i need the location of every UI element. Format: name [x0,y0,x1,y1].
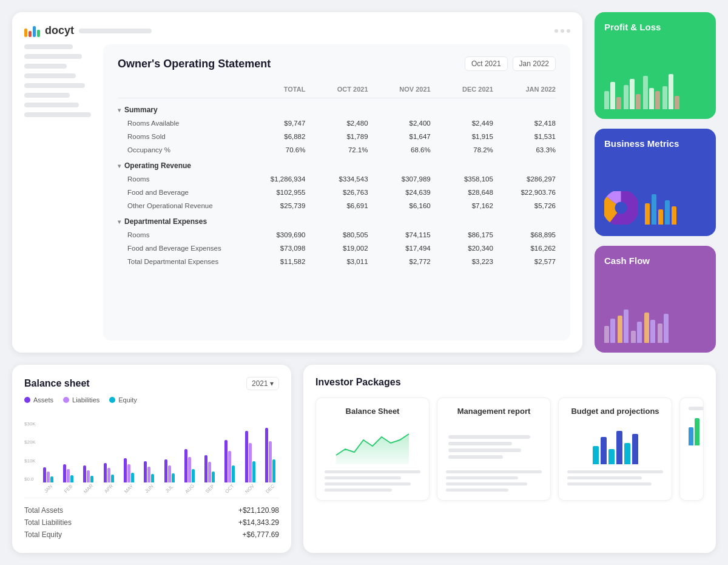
budget-bar-chart [593,428,638,464]
investor-item-budget-projections[interactable]: Budget and projections [558,398,672,501]
bar-equity [272,459,275,482]
placeholder-line [567,482,652,485]
page-wrapper: docyt [0,0,728,565]
row-value: 70.6% [243,146,305,154]
row-value: $358,105 [431,175,493,183]
section-departmental-expenses-label: ▾ Departmental Expenses [118,217,243,226]
placeholder-lines [446,470,542,492]
row-value: $24,639 [368,189,431,196]
bar-groups-container: JAN FEB [39,422,279,492]
sidebar-nav [24,44,103,340]
bar-assets [265,428,268,482]
budget-bar [593,446,599,464]
sidebar-nav-item [24,73,76,78]
bar-group [618,310,629,343]
logo-text: docyt [45,24,74,37]
bar-liabilities [208,462,211,482]
mini-bar [610,319,615,343]
main-content-area: Owner's Operating Statement Oct 2021 Jan… [24,44,570,340]
row-value: $86,175 [431,231,493,239]
row-label: Other Operational Revenue [118,202,243,209]
row-value: $2,400 [368,120,431,127]
business-bar-chart [645,191,676,225]
row-value: $2,577 [493,258,556,265]
mini-bar [645,203,650,225]
row-label: Rooms [118,231,243,239]
row-value: $102,955 [243,189,305,196]
row-label: Rooms [118,175,243,183]
logo-bar-4 [37,30,40,37]
row-label: Food and Beverage Expenses [118,245,243,252]
bar-equity [70,475,73,482]
section-operating-revenue: ▾ Operating Revenue [118,157,556,172]
logo-bar-1 [24,29,27,37]
year-filter-btn[interactable]: 2021 ▾ [246,377,279,390]
bar-assets [224,440,228,482]
y-label: $10K [24,458,36,464]
bar-assets [63,464,66,482]
placeholder-line [446,489,508,492]
bar-equity [232,465,235,482]
investor-item-title: Budget and projections [567,407,663,416]
mini-bar [665,200,670,225]
top-bar-row: docyt [24,24,570,37]
bar-group [624,79,641,109]
logo-bar-3 [33,26,36,37]
month-label: SEP [204,484,215,495]
investor-item-management-report[interactable]: Management report [437,398,551,501]
table-row: Other Operational Revenue $25,739 $6,691… [118,199,556,212]
mini-bar [604,91,609,109]
placeholder-lines [567,470,663,485]
line-chart-svg [325,425,420,464]
row-value: $25,739 [243,202,305,209]
bar-equity [50,476,53,482]
row-value: $334,543 [305,175,368,183]
business-metrics-card[interactable]: Business Metrics [595,129,716,235]
row-value: $11,582 [243,258,305,265]
table-row: Total Departmental Expenses $11,582 $3,0… [118,255,556,268]
report-placeholder [446,433,542,464]
date-filter-oct[interactable]: Oct 2021 [465,56,508,71]
month-label: DEC [265,483,275,494]
mini-bar [658,209,663,225]
section-summary-label: ▾ Summary [118,106,243,114]
row-value: $2,418 [493,120,556,127]
mini-bar [655,91,660,109]
dot-2 [561,29,564,33]
sidebar-nav-item [24,93,70,98]
placeholder-line [448,435,530,439]
balance-sheet-card: Balance sheet 2021 ▾ Assets Liabilities … [12,365,291,553]
profit-loss-card[interactable]: Profit & Loss [595,12,716,119]
placeholder-line [325,476,401,479]
month-bars [124,422,134,482]
month-group-oct: OCT [221,422,238,492]
row-label: Food and Beverage [118,189,243,196]
dot-1 [554,29,558,33]
col-header-empty [118,86,243,93]
investor-item-title: Balance Sheet [325,407,420,416]
table-row: Rooms Available $9,747 $2,480 $2,400 $2,… [118,117,556,130]
row-value: $2,480 [305,120,368,127]
bar-group [604,319,615,343]
row-value: $3,011 [305,258,368,265]
dot-3 [567,29,570,33]
balance-label-equity: Total Equity [24,530,62,539]
budget-bar [616,431,622,464]
sidebar-nav-item [24,83,85,88]
legend-equity: Equity [109,396,137,404]
legend-dot-assets [24,397,30,403]
statement-table: TOTAL OCT 2021 NOV 2021 DEC 2021 JAN 202… [118,83,556,268]
date-filters: Oct 2021 Jan 2022 [465,56,556,71]
month-group-feb: FEB [59,422,77,492]
date-filter-jan[interactable]: Jan 2022 [513,56,556,71]
investor-item-balance-sheet[interactable]: Balance Sheet [315,398,430,501]
month-bars [184,422,195,482]
bar-liabilities [168,465,171,482]
sidebar-nav-item [24,64,67,69]
cash-flow-card[interactable]: Cash Flow [595,246,716,353]
search-bar-placeholder [79,29,152,33]
business-metrics-chart [604,190,706,226]
right-cards: Profit & Loss [595,12,716,353]
placeholder-line [446,482,527,485]
col-header-jan: JAN 2022 [493,86,556,93]
